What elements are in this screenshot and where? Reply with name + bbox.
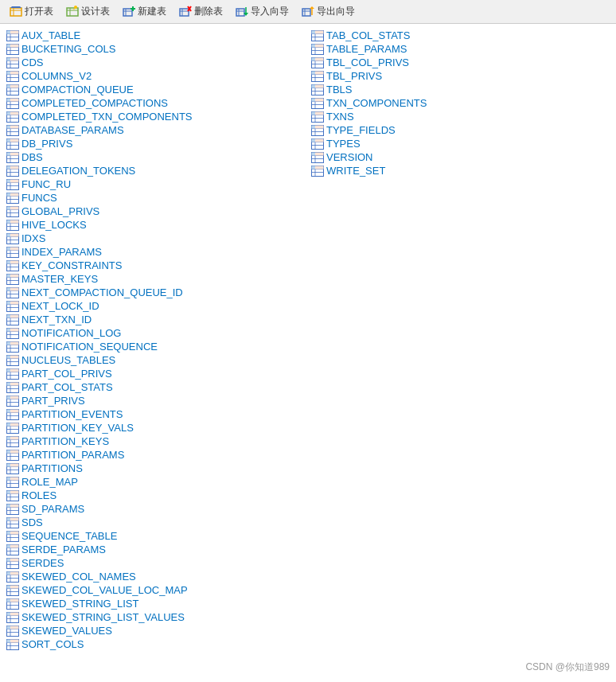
table-item[interactable]: SEQUENCE_TABLE [3,529,308,543]
svg-rect-87 [10,152,19,155]
table-item[interactable]: BUCKETING_COLS [3,42,308,56]
table-item[interactable]: TAB_COL_STATS [308,29,613,42]
table-item[interactable]: SDS [3,516,308,529]
table-item[interactable]: VERSION [308,150,613,164]
table-item[interactable]: NOTIFICATION_SEQUENCE [3,340,308,353]
svg-rect-237 [10,490,19,493]
table-grid-icon [6,138,19,150]
table-item[interactable]: FUNC_RU [3,177,308,191]
table-item[interactable]: SD_PARAMS [3,502,308,516]
table-item[interactable]: TXNS [308,110,613,123]
table-name: PARTITION_KEYS [21,435,109,447]
svg-rect-195 [10,396,19,399]
table-item[interactable]: TBL_PRIVS [308,69,613,83]
table-item[interactable]: PARTITION_EVENTS [3,407,308,421]
table-item[interactable]: CDS [3,56,308,69]
table-grid-icon [6,206,19,217]
table-item[interactable]: ROLES [3,489,308,502]
svg-rect-182 [7,368,11,372]
table-item[interactable]: PARTITION_PARAMS [3,448,308,462]
svg-rect-350 [312,125,316,128]
table-item[interactable]: COMPACTION_QUEUE [3,83,308,96]
table-item[interactable]: COMPLETED_COMPACTIONS [3,96,308,110]
new-table-button[interactable]: 新建表 [118,3,171,20]
table-item[interactable]: IDXS [3,232,308,245]
table-grid-icon [6,125,19,136]
table-item[interactable]: SKEWED_COL_NAMES [3,570,308,583]
table-item[interactable]: PART_PRIVS [3,394,308,407]
table-item[interactable]: NEXT_LOCK_ID [3,299,308,313]
table-item[interactable]: SKEWED_VALUES [3,624,308,637]
svg-rect-116 [7,220,11,223]
table-item[interactable]: TXN_COMPONENTS [308,96,613,110]
table-item[interactable]: SKEWED_STRING_LIST_VALUES [3,610,308,624]
svg-rect-122 [7,233,11,236]
open-table-button[interactable]: 打开表 [5,3,58,20]
table-grid-icon [6,612,19,623]
export-icon [302,6,314,18]
table-grid-icon [6,341,19,353]
table-item[interactable]: DBS [3,150,308,164]
table-item[interactable]: HIVE_LOCKS [3,218,308,232]
svg-rect-357 [315,138,324,142]
table-item[interactable]: INDEX_PARAMS [3,245,308,259]
table-item[interactable]: NEXT_TXN_ID [3,313,308,326]
table-grid-icon [6,490,19,501]
design-table-label: 设计表 [81,5,110,18]
import-wizard-button[interactable]: 导入向导 [231,3,294,20]
table-item[interactable]: NUCLEUS_TABLES [3,353,308,367]
table-item[interactable]: TYPE_FIELDS [308,123,613,137]
svg-rect-225 [10,463,19,466]
open-table-label: 打开表 [25,5,53,18]
table-item[interactable]: DATABASE_PARAMS [3,123,308,137]
table-item[interactable]: NOTIFICATION_LOG [3,326,308,340]
svg-rect-194 [7,396,11,399]
table-item[interactable]: COLUMNS_V2 [3,69,308,83]
table-item[interactable]: MASTER_KEYS [3,272,308,286]
table-item[interactable]: SERDE_PARAMS [3,543,308,556]
table-item[interactable]: DELEGATION_TOKENS [3,164,308,177]
table-grid-icon [6,274,19,285]
table-item[interactable]: SORT_COLS [3,637,308,651]
table-grid-icon [6,450,19,461]
table-name: GLOBAL_PRIVS [21,205,99,217]
table-item[interactable]: TBLS [308,83,613,96]
export-wizard-button[interactable]: 导出向导 [297,3,360,20]
delete-table-button[interactable]: 删除表 [174,3,228,20]
table-item[interactable]: PART_COL_PRIVS [3,367,308,380]
table-grid-icon [311,57,324,68]
table-name: SERDES [21,557,64,569]
design-table-button[interactable]: 设计表 [61,3,115,20]
table-item[interactable]: SKEWED_COL_VALUE_LOC_MAP [3,583,308,597]
table-item[interactable]: PARTITION_KEYS [3,435,308,448]
table-item[interactable]: AUX_TABLE [3,29,308,42]
table-item[interactable]: PARTITION_KEY_VALS [3,421,308,435]
table-item[interactable]: COMPLETED_TXN_COMPONENTS [3,110,308,123]
table-item[interactable]: ROLE_MAP [3,475,308,489]
svg-rect-33 [10,30,19,33]
table-item[interactable]: SKEWED_STRING_LIST [3,597,308,610]
svg-rect-134 [7,260,11,263]
svg-rect-183 [10,368,19,372]
table-item[interactable]: PART_COL_STATS [3,380,308,394]
table-item[interactable]: KEY_CONSTRAINTS [3,259,308,272]
table-item[interactable]: TBL_COL_PRIVS [308,56,613,69]
svg-rect-45 [10,57,19,60]
table-item[interactable]: FUNCS [3,191,308,205]
svg-rect-200 [7,409,11,412]
table-item[interactable]: WRITE_SET [308,164,613,177]
table-grid-icon [6,220,19,231]
table-item[interactable]: TYPES [308,137,613,150]
table-name: TYPES [326,138,361,150]
table-item[interactable]: PARTITIONS [3,462,308,475]
table-item[interactable]: NEXT_COMPACTION_QUEUE_ID [3,286,308,299]
table-grid-icon [311,152,324,163]
table-item[interactable]: TABLE_PARAMS [308,42,613,56]
table-item[interactable]: DB_PRIVS [3,137,308,150]
svg-rect-140 [7,274,11,277]
table-item[interactable]: GLOBAL_PRIVS [3,205,308,218]
table-name: AUX_TABLE [21,29,80,41]
table-grid-icon [6,639,19,650]
table-name: SKEWED_COL_VALUE_LOC_MAP [21,584,188,596]
table-item[interactable]: SERDES [3,556,308,570]
